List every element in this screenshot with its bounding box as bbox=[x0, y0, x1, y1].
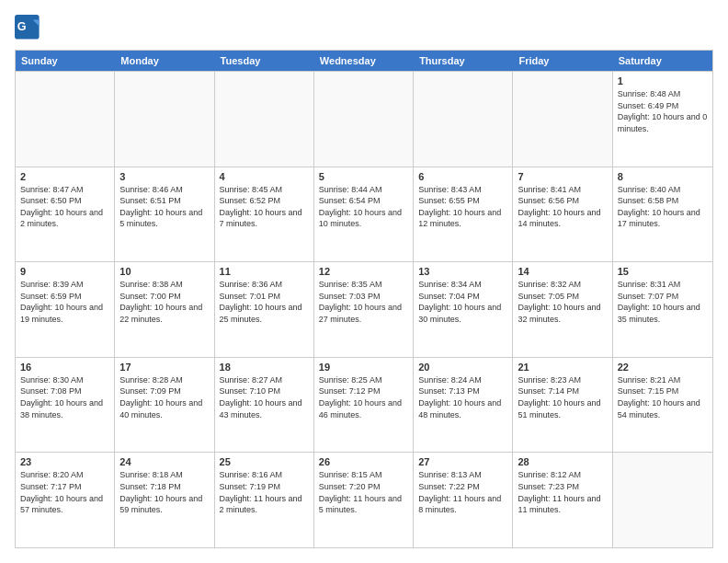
header: G bbox=[15, 15, 713, 40]
cell-info: Sunrise: 8:23 AM Sunset: 7:14 PM Dayligh… bbox=[518, 374, 607, 420]
cell-info: Sunrise: 8:24 AM Sunset: 7:13 PM Dayligh… bbox=[418, 374, 507, 420]
calendar-cell: 24Sunrise: 8:18 AM Sunset: 7:18 PM Dayli… bbox=[115, 453, 214, 547]
calendar-cell bbox=[115, 72, 214, 167]
cell-info: Sunrise: 8:43 AM Sunset: 6:55 PM Dayligh… bbox=[418, 184, 507, 230]
day-number: 21 bbox=[518, 362, 607, 373]
calendar-row: 2Sunrise: 8:47 AM Sunset: 6:50 PM Daylig… bbox=[16, 167, 712, 262]
calendar-cell: 21Sunrise: 8:23 AM Sunset: 7:14 PM Dayli… bbox=[513, 358, 612, 453]
cell-info: Sunrise: 8:16 AM Sunset: 7:19 PM Dayligh… bbox=[220, 469, 309, 515]
day-number: 7 bbox=[518, 171, 607, 182]
day-number: 28 bbox=[518, 456, 607, 467]
calendar-cell: 8Sunrise: 8:40 AM Sunset: 6:58 PM Daylig… bbox=[613, 167, 712, 262]
day-number: 23 bbox=[20, 456, 109, 467]
calendar-cell: 14Sunrise: 8:32 AM Sunset: 7:05 PM Dayli… bbox=[513, 262, 612, 357]
calendar-row: 9Sunrise: 8:39 AM Sunset: 6:59 PM Daylig… bbox=[16, 261, 712, 357]
cell-info: Sunrise: 8:48 AM Sunset: 6:49 PM Dayligh… bbox=[618, 88, 708, 134]
day-number: 26 bbox=[319, 456, 408, 467]
day-number: 22 bbox=[618, 362, 708, 373]
calendar-cell: 3Sunrise: 8:46 AM Sunset: 6:51 PM Daylig… bbox=[115, 167, 214, 262]
cell-info: Sunrise: 8:12 AM Sunset: 7:23 PM Dayligh… bbox=[518, 469, 607, 515]
calendar-cell: 10Sunrise: 8:38 AM Sunset: 7:00 PM Dayli… bbox=[115, 262, 214, 357]
logo: G bbox=[15, 15, 42, 40]
calendar-cell: 19Sunrise: 8:25 AM Sunset: 7:12 PM Dayli… bbox=[314, 358, 414, 453]
calendar-cell: 28Sunrise: 8:12 AM Sunset: 7:23 PM Dayli… bbox=[513, 453, 612, 547]
calendar-cell bbox=[314, 72, 414, 167]
calendar-cell bbox=[513, 72, 612, 167]
day-number: 20 bbox=[418, 362, 507, 373]
day-number: 5 bbox=[319, 171, 408, 182]
calendar-cell: 1Sunrise: 8:48 AM Sunset: 6:49 PM Daylig… bbox=[613, 72, 712, 167]
cell-info: Sunrise: 8:40 AM Sunset: 6:58 PM Dayligh… bbox=[618, 184, 708, 230]
page: G SundayMondayTuesdayWednesdayThursdayFr… bbox=[0, 0, 728, 563]
day-number: 10 bbox=[119, 266, 209, 277]
cell-info: Sunrise: 8:15 AM Sunset: 7:20 PM Dayligh… bbox=[319, 469, 408, 515]
cell-info: Sunrise: 8:30 AM Sunset: 7:08 PM Dayligh… bbox=[20, 374, 109, 420]
calendar-cell bbox=[16, 72, 115, 167]
cell-info: Sunrise: 8:20 AM Sunset: 7:17 PM Dayligh… bbox=[20, 469, 109, 515]
calendar-header: SundayMondayTuesdayWednesdayThursdayFrid… bbox=[16, 51, 712, 71]
weekday-header: Friday bbox=[513, 51, 612, 71]
day-number: 18 bbox=[220, 362, 309, 373]
day-number: 6 bbox=[418, 171, 507, 182]
calendar-cell: 6Sunrise: 8:43 AM Sunset: 6:55 PM Daylig… bbox=[414, 167, 513, 262]
weekday-header: Tuesday bbox=[215, 51, 314, 71]
calendar-row: 16Sunrise: 8:30 AM Sunset: 7:08 PM Dayli… bbox=[16, 357, 712, 453]
calendar-cell bbox=[613, 453, 712, 547]
weekday-header: Sunday bbox=[16, 51, 115, 71]
cell-info: Sunrise: 8:39 AM Sunset: 6:59 PM Dayligh… bbox=[20, 279, 109, 325]
calendar: SundayMondayTuesdayWednesdayThursdayFrid… bbox=[15, 50, 713, 548]
cell-info: Sunrise: 8:34 AM Sunset: 7:04 PM Dayligh… bbox=[418, 279, 507, 325]
day-number: 9 bbox=[20, 266, 109, 277]
weekday-header: Wednesday bbox=[314, 51, 414, 71]
day-number: 3 bbox=[119, 171, 209, 182]
calendar-cell: 2Sunrise: 8:47 AM Sunset: 6:50 PM Daylig… bbox=[16, 167, 115, 262]
cell-info: Sunrise: 8:25 AM Sunset: 7:12 PM Dayligh… bbox=[319, 374, 408, 420]
day-number: 4 bbox=[220, 171, 309, 182]
cell-info: Sunrise: 8:46 AM Sunset: 6:51 PM Dayligh… bbox=[119, 184, 209, 230]
calendar-cell: 11Sunrise: 8:36 AM Sunset: 7:01 PM Dayli… bbox=[215, 262, 314, 357]
calendar-cell: 4Sunrise: 8:45 AM Sunset: 6:52 PM Daylig… bbox=[215, 167, 314, 262]
day-number: 13 bbox=[418, 266, 507, 277]
calendar-cell bbox=[215, 72, 314, 167]
cell-info: Sunrise: 8:18 AM Sunset: 7:18 PM Dayligh… bbox=[119, 469, 209, 515]
day-number: 27 bbox=[418, 456, 507, 467]
cell-info: Sunrise: 8:45 AM Sunset: 6:52 PM Dayligh… bbox=[220, 184, 309, 230]
day-number: 11 bbox=[220, 266, 309, 277]
cell-info: Sunrise: 8:13 AM Sunset: 7:22 PM Dayligh… bbox=[418, 469, 507, 515]
calendar-cell: 15Sunrise: 8:31 AM Sunset: 7:07 PM Dayli… bbox=[613, 262, 712, 357]
calendar-cell: 12Sunrise: 8:35 AM Sunset: 7:03 PM Dayli… bbox=[314, 262, 414, 357]
day-number: 16 bbox=[20, 362, 109, 373]
calendar-cell: 23Sunrise: 8:20 AM Sunset: 7:17 PM Dayli… bbox=[16, 453, 115, 547]
calendar-cell bbox=[414, 72, 513, 167]
cell-info: Sunrise: 8:47 AM Sunset: 6:50 PM Dayligh… bbox=[20, 184, 109, 230]
day-number: 14 bbox=[518, 266, 607, 277]
cell-info: Sunrise: 8:36 AM Sunset: 7:01 PM Dayligh… bbox=[220, 279, 309, 325]
cell-info: Sunrise: 8:44 AM Sunset: 6:54 PM Dayligh… bbox=[319, 184, 408, 230]
calendar-cell: 9Sunrise: 8:39 AM Sunset: 6:59 PM Daylig… bbox=[16, 262, 115, 357]
calendar-cell: 20Sunrise: 8:24 AM Sunset: 7:13 PM Dayli… bbox=[414, 358, 513, 453]
calendar-cell: 13Sunrise: 8:34 AM Sunset: 7:04 PM Dayli… bbox=[414, 262, 513, 357]
calendar-cell: 17Sunrise: 8:28 AM Sunset: 7:09 PM Dayli… bbox=[115, 358, 214, 453]
day-number: 19 bbox=[319, 362, 408, 373]
calendar-cell: 18Sunrise: 8:27 AM Sunset: 7:10 PM Dayli… bbox=[215, 358, 314, 453]
calendar-body: 1Sunrise: 8:48 AM Sunset: 6:49 PM Daylig… bbox=[16, 71, 712, 547]
calendar-cell: 27Sunrise: 8:13 AM Sunset: 7:22 PM Dayli… bbox=[414, 453, 513, 547]
weekday-header: Monday bbox=[115, 51, 214, 71]
day-number: 2 bbox=[20, 171, 109, 182]
calendar-row: 1Sunrise: 8:48 AM Sunset: 6:49 PM Daylig… bbox=[16, 71, 712, 167]
day-number: 1 bbox=[618, 75, 708, 86]
calendar-row: 23Sunrise: 8:20 AM Sunset: 7:17 PM Dayli… bbox=[16, 452, 712, 547]
day-number: 12 bbox=[319, 266, 408, 277]
logo-icon: G bbox=[15, 15, 40, 40]
day-number: 25 bbox=[220, 456, 309, 467]
cell-info: Sunrise: 8:32 AM Sunset: 7:05 PM Dayligh… bbox=[518, 279, 607, 325]
calendar-cell: 22Sunrise: 8:21 AM Sunset: 7:15 PM Dayli… bbox=[613, 358, 712, 453]
cell-info: Sunrise: 8:28 AM Sunset: 7:09 PM Dayligh… bbox=[119, 374, 209, 420]
cell-info: Sunrise: 8:31 AM Sunset: 7:07 PM Dayligh… bbox=[618, 279, 708, 325]
weekday-header: Thursday bbox=[414, 51, 513, 71]
calendar-cell: 16Sunrise: 8:30 AM Sunset: 7:08 PM Dayli… bbox=[16, 358, 115, 453]
day-number: 8 bbox=[618, 171, 708, 182]
day-number: 15 bbox=[618, 266, 708, 277]
cell-info: Sunrise: 8:41 AM Sunset: 6:56 PM Dayligh… bbox=[518, 184, 607, 230]
day-number: 24 bbox=[119, 456, 209, 467]
